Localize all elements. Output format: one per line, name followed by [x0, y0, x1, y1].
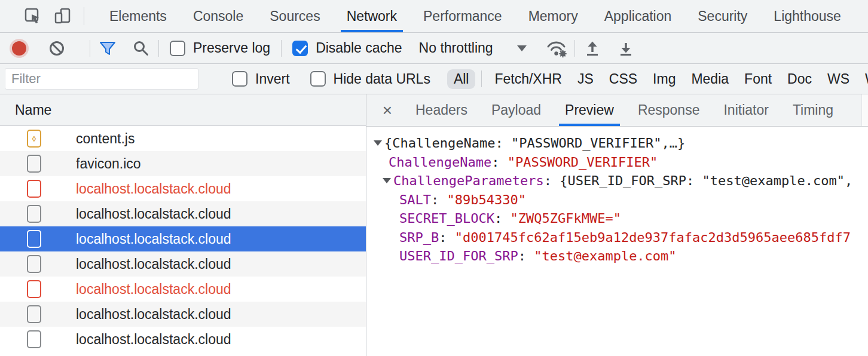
- inspect-element-button[interactable]: [24, 7, 42, 25]
- type-filter-wasm[interactable]: Wasm: [858, 69, 868, 89]
- arrow-down-icon: [617, 39, 635, 57]
- request-name: localhost.localstack.cloud: [76, 306, 231, 323]
- type-filter-ws[interactable]: WS: [821, 69, 856, 89]
- export-har-button[interactable]: [617, 39, 635, 57]
- preserve-log-toggle[interactable]: Preserve log: [170, 40, 270, 56]
- tab-performance[interactable]: Performance: [417, 0, 508, 32]
- type-filter-js[interactable]: JS: [571, 69, 600, 89]
- tab-application[interactable]: Application: [598, 0, 678, 32]
- disable-cache-toggle[interactable]: Disable cache: [292, 40, 402, 56]
- detail-tab-timing[interactable]: Timing: [787, 94, 839, 126]
- divider: [158, 40, 159, 57]
- gear-part: [559, 50, 566, 57]
- request-row[interactable]: localhost.localstack.cloud: [0, 251, 366, 277]
- request-type-filter-strip: AllFetch/XHRJSCSSImgMediaFontDocWSWasmMa…: [446, 69, 868, 89]
- detail-tab-initiator[interactable]: Initiator: [717, 94, 774, 126]
- hide-data-urls-checkbox[interactable]: [310, 71, 326, 87]
- json-key: SECRET_BLOCK: [399, 211, 494, 226]
- type-filter-doc[interactable]: Doc: [781, 69, 818, 89]
- tab-network[interactable]: Network: [341, 0, 403, 32]
- hide-data-urls-toggle[interactable]: Hide data URLs: [310, 71, 430, 87]
- type-filter-css[interactable]: CSS: [603, 69, 644, 89]
- type-filter-fetchxhr[interactable]: Fetch/XHR: [488, 69, 568, 89]
- arrow-up-icon: [583, 39, 601, 57]
- request-row[interactable]: localhost.localstack.cloud: [0, 327, 366, 352]
- json-string-value: "PASSWORD_VERIFIER": [508, 155, 658, 170]
- invert-toggle[interactable]: Invert: [232, 71, 290, 87]
- json-tree-row: {ChallengeName: "PASSWORD_VERIFIER",…}: [366, 134, 868, 153]
- divider: [481, 70, 482, 87]
- json-key: USER_ID_FOR_SRP: [399, 248, 518, 263]
- request-row[interactable]: localhost.localstack.cloud: [0, 201, 366, 226]
- json-key: SRP_B: [399, 230, 439, 245]
- detail-tab-response[interactable]: Response: [632, 94, 706, 126]
- requests-grid-header[interactable]: Name: [0, 94, 366, 126]
- expander-triangle-icon[interactable]: [383, 178, 391, 183]
- json-string-value: "d001745fc62af15eb9a12de937fafac2d3d5965…: [455, 230, 851, 245]
- expander-triangle-icon[interactable]: [374, 140, 382, 146]
- request-name: localhost.localstack.cloud: [76, 281, 231, 297]
- json-key: ChallengeName: [389, 155, 491, 170]
- close-icon[interactable]: ×: [377, 102, 398, 119]
- import-har-button[interactable]: [583, 39, 601, 57]
- network-conditions-button[interactable]: [548, 39, 566, 57]
- json-tree-row: USER_ID_FOR_SRP: "test@example.com": [366, 247, 868, 266]
- tab-memory[interactable]: Memory: [522, 0, 584, 32]
- json-string-value: "ZWQ5ZGFkMWE=": [510, 211, 621, 226]
- invert-label: Invert: [255, 71, 290, 87]
- requests-list: ◊content.jsfavicon.icolocalhost.localsta…: [0, 126, 366, 356]
- json-tree-row: SALT: "89b54330": [366, 191, 868, 210]
- divider: [90, 40, 90, 57]
- document-file-icon: [27, 305, 41, 323]
- type-filter-img[interactable]: Img: [646, 69, 682, 89]
- json-text: {ChallengeName: "PASSWORD_VERIFIER",…}: [384, 136, 685, 151]
- disable-cache-checkbox[interactable]: [292, 41, 308, 56]
- tab-lighthouse[interactable]: Lighthouse: [768, 0, 847, 32]
- tab-security[interactable]: Security: [692, 0, 753, 32]
- json-key: SALT: [399, 192, 431, 207]
- name-column-header[interactable]: Name: [15, 102, 51, 118]
- throttling-select[interactable]: No throttling: [419, 40, 527, 56]
- tab-console[interactable]: Console: [187, 0, 249, 32]
- preserve-log-checkbox[interactable]: [170, 41, 185, 56]
- json-tree-row: ChallengeName: "PASSWORD_VERIFIER": [366, 153, 868, 172]
- invert-checkbox[interactable]: [232, 71, 247, 87]
- request-name: localhost.localstack.cloud: [76, 332, 231, 348]
- request-row[interactable]: localhost.localstack.cloud: [0, 226, 366, 251]
- request-row[interactable]: favicon.ico: [0, 151, 366, 176]
- detail-tab-payload[interactable]: Payload: [485, 94, 547, 126]
- filter-input[interactable]: [5, 68, 198, 90]
- tab-elements[interactable]: Elements: [103, 0, 173, 32]
- type-filter-media[interactable]: Media: [684, 69, 735, 89]
- filter-toggle-button[interactable]: [99, 39, 117, 57]
- device-toolbar-button[interactable]: [54, 7, 72, 25]
- clear-icon: [48, 39, 66, 57]
- request-row[interactable]: localhost.localstack.cloud: [0, 302, 366, 327]
- request-row[interactable]: localhost.localstack.cloud: [0, 277, 366, 302]
- clear-button[interactable]: [48, 39, 66, 57]
- diamond-glyph: ◊: [32, 135, 36, 143]
- request-name: localhost.localstack.cloud: [76, 256, 231, 272]
- divider: [574, 40, 575, 57]
- document-file-icon: [27, 280, 41, 298]
- devtools-window: ElementsConsoleSourcesNetworkPerformance…: [0, 0, 868, 356]
- type-filter-font[interactable]: Font: [738, 69, 778, 89]
- request-name: localhost.localstack.cloud: [76, 181, 231, 197]
- document-file-icon: [27, 180, 41, 198]
- json-text: : {USER_ID_FOR_SRP: "test@example.com",: [544, 173, 853, 188]
- request-row[interactable]: ◊content.js: [0, 126, 366, 151]
- tab-sources[interactable]: Sources: [264, 0, 326, 32]
- device-toolbar-icon: [54, 7, 72, 25]
- document-file-icon: [27, 205, 41, 223]
- preserve-log-label: Preserve log: [193, 40, 270, 56]
- search-button[interactable]: [132, 39, 150, 57]
- json-text: :: [431, 192, 447, 207]
- search-icon: [132, 39, 150, 57]
- document-file-icon: [27, 330, 41, 348]
- type-filter-all[interactable]: All: [447, 69, 476, 89]
- detail-tab-preview[interactable]: Preview: [559, 94, 620, 126]
- json-text: :: [491, 155, 508, 170]
- detail-tab-headers[interactable]: Headers: [409, 94, 473, 126]
- request-row[interactable]: localhost.localstack.cloud: [0, 176, 366, 201]
- record-button[interactable]: [12, 41, 26, 56]
